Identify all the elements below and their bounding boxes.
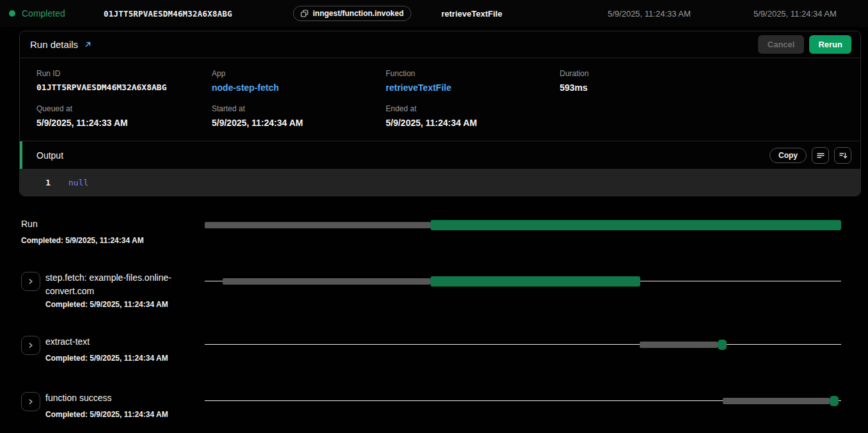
run-status: Completed [9,8,104,19]
status-label: Completed [22,8,65,19]
event-badge-label: inngest/function.invoked [313,9,404,18]
rerun-button[interactable]: Rerun [809,35,851,54]
scroll-to-bottom-button[interactable] [834,147,851,164]
row-label: extract-text [45,335,198,349]
chevron-right-icon [28,278,34,285]
started-at-value: 5/9/2025, 11:24:34 AM [212,118,386,128]
row-label: Run [21,219,38,229]
output-success-stripe [20,141,22,169]
panel-title-text: Run details [30,39,78,50]
field-label: Run ID [36,69,212,78]
field-label: Ended at [386,104,560,113]
run-details-header: Run details Cancel Rerun [20,31,860,58]
timeline-row-step-fetch: step.fetch: example-files.online-convert… [0,268,868,326]
run-id-value: 01JTT5RPVAESDM46M32A6X8ABG [36,83,212,92]
timeline-row-extract-text: extract-text Completed: 5/9/2025, 11:24:… [0,332,868,383]
expand-button[interactable] [21,392,40,411]
app-link[interactable]: node-step-fetch [212,83,386,93]
code-content: null [68,178,88,187]
queued-time-text: 5/9/2025, 11:24:33 AM [608,9,754,19]
ended-at-value: 5/9/2025, 11:24:34 AM [386,118,560,128]
field-label: Started at [212,104,386,113]
timeline-row-run: Run Completed: 5/9/2025, 11:24:34 AM [0,215,868,253]
field-duration: Duration 593ms [560,69,850,93]
row-completed-text: Completed: 5/9/2025, 11:24:34 AM [45,354,198,363]
wrap-text-button[interactable] [812,147,829,164]
timeline-bar [205,220,841,230]
timeline-bar [205,276,841,287]
event-badge[interactable]: inngest/function.invoked [293,6,411,21]
event-badge-column: inngest/function.invoked [293,6,441,21]
run-id-text: 01JTT5RPVAESDM46M32A6X8ABG [104,9,293,19]
duration-value: 593ms [560,83,850,93]
output-section-header: Output Copy [20,141,860,169]
timeline-bar [205,340,841,350]
scroll-to-bottom-icon [839,151,848,160]
expand-button[interactable] [21,272,40,291]
timeline-row-function-success: function success Completed: 5/9/2025, 11… [0,388,868,433]
code-line-number: 1 [20,178,51,187]
expand-button[interactable] [21,336,40,355]
cancel-button[interactable]: Cancel [758,35,805,54]
field-label: Function [386,69,560,78]
field-app: App node-step-fetch [212,69,386,93]
bar-active-segment [430,220,841,230]
bar-queued-segment [205,222,430,228]
run-header-bar: Completed 01JTT5RPVAESDM46M32A6X8ABG inn… [0,0,868,27]
bar-baseline [205,344,841,345]
output-title: Output [36,150,63,161]
copy-output-button[interactable]: Copy [769,148,807,163]
field-queued-at: Queued at 5/9/2025, 11:24:33 AM [36,104,212,128]
function-name-text: retrieveTextFile [441,9,608,19]
run-details-panel: Run details Cancel Rerun Run ID 01JTT5RP… [19,31,861,196]
field-ended-at: Ended at 5/9/2025, 11:24:34 AM [386,104,560,128]
row-label: function success [45,391,198,405]
row-completed-text: Completed: 5/9/2025, 11:24:34 AM [21,236,144,245]
row-label: step.fetch: example-files.online-convert… [45,271,198,298]
chevron-right-icon [28,398,34,405]
bar-active-segment [430,276,640,287]
field-label: App [212,69,386,78]
bar-active-segment [830,396,839,406]
function-link[interactable]: retrieveTextFile [386,83,560,93]
queued-at-value: 5/9/2025, 11:24:33 AM [36,118,212,128]
bar-queued-segment [640,342,718,348]
field-label: Duration [560,69,850,78]
row-completed-text: Completed: 5/9/2025, 11:24:34 AM [45,300,198,309]
started-time-text: 5/9/2025, 11:24:34 AM [754,9,859,19]
timeline-bar [205,396,841,406]
external-link-icon[interactable] [84,40,92,49]
field-function: Function retrieveTextFile [386,69,560,93]
wrap-text-icon [816,151,825,160]
run-timeline: Run Completed: 5/9/2025, 11:24:34 AM ste… [0,189,868,433]
bar-queued-segment [723,398,830,404]
copy-icon [301,10,308,17]
bar-active-segment [718,340,727,350]
row-completed-text: Completed: 5/9/2025, 11:24:34 AM [45,410,198,419]
chevron-right-icon [28,342,34,349]
bar-queued-segment [223,278,430,285]
field-started-at: Started at 5/9/2025, 11:24:34 AM [212,104,386,128]
panel-title: Run details [30,39,92,50]
field-run-id: Run ID 01JTT5RPVAESDM46M32A6X8ABG [36,69,212,93]
field-label: Queued at [36,104,212,113]
status-dot-icon [9,10,15,17]
run-details-fields: Run ID 01JTT5RPVAESDM46M32A6X8ABG App no… [20,58,860,141]
